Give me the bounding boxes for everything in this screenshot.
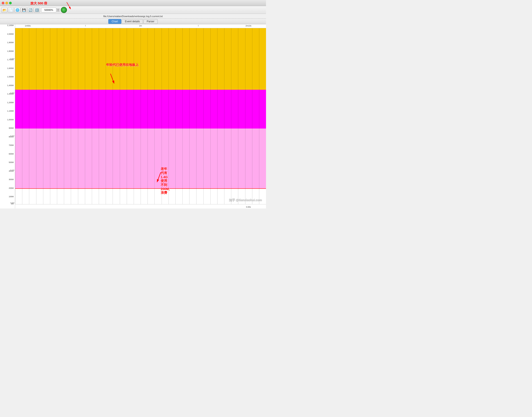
grid-line bbox=[162, 28, 162, 204]
y-label-200m: 200M bbox=[9, 187, 14, 189]
y-label-1800m: 1,800M bbox=[7, 50, 14, 52]
minimize-button[interactable] bbox=[5, 2, 8, 4]
y-label-2100m: 2,100M bbox=[7, 24, 14, 26]
time-label-2m: 2m bbox=[139, 25, 142, 27]
grid-line bbox=[50, 28, 50, 204]
y-label-2000m: 2,000M bbox=[7, 33, 14, 35]
y-time-000s: 0.00s bbox=[10, 202, 14, 204]
grid-line bbox=[120, 28, 120, 204]
y-label-100m: 100M bbox=[9, 196, 14, 198]
grid-line bbox=[71, 28, 71, 204]
time-label-mid2: l bbox=[198, 25, 198, 27]
y-label-1000m: 1,000M bbox=[7, 119, 14, 121]
chart-canvas: 1m50s l 2m l 2m10s bbox=[15, 24, 266, 208]
y-time-020s: 0.20s bbox=[10, 135, 14, 137]
file-path: file:/Users/xiatian/Downloads/verbosegc.… bbox=[103, 15, 163, 18]
info-button[interactable]: ℹ️ bbox=[34, 7, 40, 13]
y-time-010s: 0.10s bbox=[10, 169, 14, 171]
time-label-2m10s: 2m10s bbox=[246, 25, 251, 27]
close-button[interactable] bbox=[2, 2, 4, 4]
grid-line bbox=[196, 28, 196, 204]
time-label-mid1: l bbox=[85, 25, 86, 27]
traffic-lights bbox=[2, 2, 12, 4]
grid-line bbox=[36, 28, 36, 204]
chart-background bbox=[15, 28, 266, 204]
time-label-1m50s: 1m50s bbox=[25, 25, 31, 27]
tab-parser[interactable]: Parser bbox=[143, 19, 157, 24]
grid-line bbox=[231, 28, 231, 204]
new-file-button[interactable]: 📄 bbox=[8, 7, 14, 13]
grid-line bbox=[57, 28, 57, 204]
tab-bar: Chart Event details Parser bbox=[0, 19, 266, 24]
file-path-bar: file:/Users/xiatian/Downloads/verbosegc.… bbox=[0, 14, 266, 19]
grid-line bbox=[43, 28, 43, 204]
watermark: 知乎 @tianxiaohui.com bbox=[229, 198, 262, 202]
grid-line bbox=[29, 28, 29, 204]
y-label-1100m: 1,100M bbox=[7, 110, 14, 112]
tab-event-details[interactable]: Event details bbox=[122, 19, 143, 24]
open-folder-button[interactable]: 📂 bbox=[1, 7, 7, 13]
grid-line bbox=[245, 28, 246, 204]
grid-line bbox=[238, 28, 238, 204]
grid-line bbox=[224, 28, 225, 204]
grid-line bbox=[189, 28, 190, 204]
grid-line bbox=[203, 28, 204, 204]
upload-button[interactable]: ↑ bbox=[61, 7, 67, 13]
y-label-300m: 300M bbox=[9, 178, 14, 180]
y-label-600m: 600M bbox=[9, 153, 14, 155]
y-label-1900m: 1,900M bbox=[7, 42, 14, 43]
y-time-030s: 0.30s bbox=[10, 92, 14, 94]
save-button[interactable]: 💾 bbox=[21, 7, 27, 13]
grid-line bbox=[134, 28, 134, 204]
grid-line bbox=[210, 28, 211, 204]
tab-chart[interactable]: Chart bbox=[108, 19, 121, 24]
grid-line bbox=[15, 28, 15, 204]
grid-line bbox=[182, 28, 183, 204]
y-label-900m: 900M bbox=[9, 127, 14, 129]
maximize-button[interactable] bbox=[9, 2, 12, 4]
title-bar bbox=[0, 0, 266, 6]
grid-line bbox=[92, 28, 92, 204]
y-axis: 2,100M 2,000M 1,900M 1,800M 1,700M 1,600… bbox=[0, 24, 15, 208]
grid-line bbox=[252, 28, 252, 204]
toolbar: 📂 📄 🌐 💾 🔄 ℹ️ 50000% ▲ ▼ ↑ 放大 500 倍 bbox=[0, 6, 266, 14]
y-label-1400m: 1,400M bbox=[7, 84, 14, 86]
globe-button[interactable]: 🌐 bbox=[14, 7, 20, 13]
grid-line bbox=[106, 28, 106, 204]
refresh-button[interactable]: 🔄 bbox=[27, 7, 33, 13]
y-label-500m: 500M bbox=[9, 161, 14, 163]
chart-area: 2,100M 2,000M 1,900M 1,800M 1,700M 1,600… bbox=[0, 24, 266, 208]
y-label-1600m: 1,600M bbox=[7, 67, 14, 69]
x-axis: 0.00s bbox=[15, 204, 266, 208]
grid-line bbox=[85, 28, 85, 204]
y-label-1200m: 1,200M bbox=[7, 101, 14, 104]
zoom-input[interactable]: 50000% bbox=[41, 8, 56, 12]
zoom-arrows[interactable]: ▲ ▼ bbox=[57, 8, 60, 12]
grid-line bbox=[147, 28, 148, 204]
zoom-down-arrow[interactable]: ▼ bbox=[57, 10, 60, 12]
y-label-700m: 700M bbox=[9, 144, 14, 146]
grid-line bbox=[127, 28, 127, 204]
y-label-1500m: 1,500M bbox=[7, 76, 14, 78]
grid-line bbox=[154, 28, 155, 204]
zoom-up-arrow[interactable]: ▲ bbox=[57, 8, 60, 10]
x-label-0s: 0.00s bbox=[246, 206, 251, 208]
grid-line bbox=[99, 28, 99, 204]
grid-line bbox=[64, 28, 64, 204]
grid-line bbox=[141, 28, 141, 204]
y-time-040s: 0.40s bbox=[10, 58, 14, 60]
time-ruler: 1m50s l 2m l 2m10s bbox=[15, 24, 266, 28]
grid-line bbox=[217, 28, 217, 204]
grid-line bbox=[175, 28, 176, 204]
zoom-control[interactable]: 50000% ▲ ▼ bbox=[41, 8, 60, 12]
